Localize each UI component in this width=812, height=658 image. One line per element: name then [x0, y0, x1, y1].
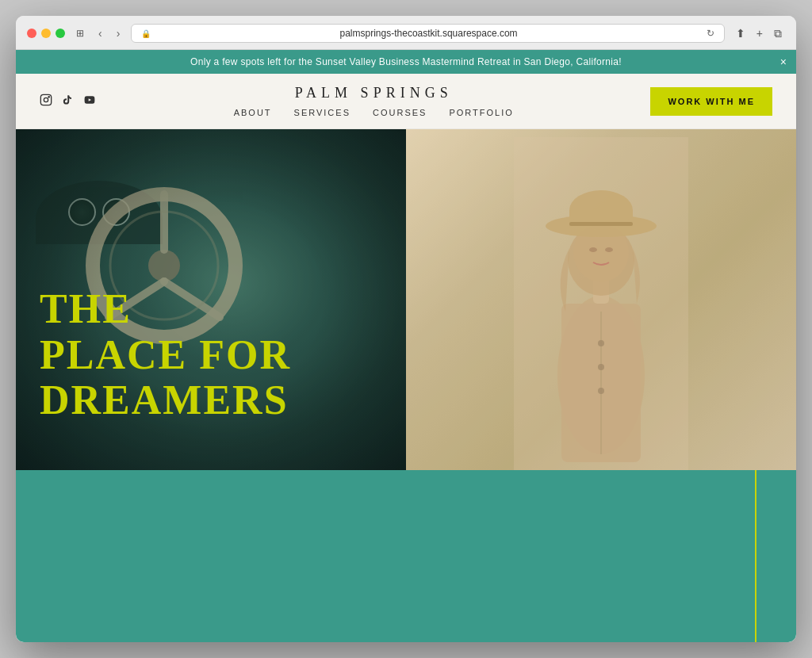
browser-window: ⊞ ‹ › 🔒 palmsprings-thecoastkit.squaresp…: [16, 16, 796, 642]
svg-point-1: [44, 98, 48, 101]
hero-line-1: THE: [40, 286, 291, 331]
teal-section: [16, 470, 796, 642]
announcement-bar: Only a few spots left for the Sunset Val…: [16, 50, 796, 74]
browser-chrome: ⊞ ‹ › 🔒 palmsprings-thecoastkit.squaresp…: [16, 16, 796, 50]
hero-right-overlay: [406, 129, 796, 470]
header-center: PALM SPRINGS ABOUT SERVICES COURSES PORT…: [234, 85, 514, 117]
hero-section: THE PLACE FOR DREAMERS: [16, 129, 796, 642]
nav-courses[interactable]: COURSES: [373, 108, 427, 117]
maximize-button[interactable]: [56, 29, 65, 38]
tabs-area: ⊞: [73, 26, 87, 40]
traffic-lights: [27, 29, 65, 38]
forward-button[interactable]: ›: [113, 25, 124, 41]
minimize-button[interactable]: [41, 29, 51, 38]
hero-images: THE PLACE FOR DREAMERS: [16, 129, 796, 470]
browser-actions: ⬆ + ⧉: [733, 25, 785, 42]
hero-line-2: PLACE FOR: [40, 332, 291, 377]
svg-point-2: [48, 97, 49, 98]
social-icons: [40, 94, 97, 109]
reload-icon[interactable]: ↻: [707, 28, 714, 39]
announcement-close-button[interactable]: ×: [780, 55, 787, 68]
teal-accent-line: [755, 470, 756, 642]
instagram-link[interactable]: [40, 94, 52, 109]
nav-about[interactable]: ABOUT: [234, 108, 272, 117]
hero-headline: THE PLACE FOR DREAMERS: [40, 286, 291, 423]
lock-icon: 🔒: [141, 29, 151, 38]
hero-left-panel: THE PLACE FOR DREAMERS: [16, 129, 406, 470]
website: Only a few spots left for the Sunset Val…: [16, 50, 796, 642]
tabs-button[interactable]: ⊞: [73, 26, 87, 40]
hero-line-3: DREAMERS: [40, 377, 291, 423]
svg-rect-0: [40, 94, 51, 105]
url-text: palmsprings-thecoastkit.squarespace.com: [155, 28, 701, 39]
back-button[interactable]: ‹: [95, 25, 105, 41]
address-bar[interactable]: 🔒 palmsprings-thecoastkit.squarespace.co…: [131, 24, 724, 43]
tiktok-link[interactable]: [62, 94, 73, 109]
new-tab-button[interactable]: +: [753, 25, 766, 41]
close-button[interactable]: [27, 29, 36, 38]
work-with-me-button[interactable]: WORK WITH ME: [650, 87, 772, 116]
hero-text: THE PLACE FOR DREAMERS: [40, 286, 291, 423]
site-title: PALM SPRINGS: [295, 85, 453, 101]
hero-right-panel: [406, 129, 796, 470]
site-nav: ABOUT SERVICES COURSES PORTFOLIO: [234, 108, 514, 117]
site-header: PALM SPRINGS ABOUT SERVICES COURSES PORT…: [16, 74, 796, 129]
youtube-link[interactable]: [82, 94, 97, 108]
duplicate-button[interactable]: ⧉: [771, 25, 785, 42]
announcement-text: Only a few spots left for the Sunset Val…: [190, 56, 622, 67]
share-button[interactable]: ⬆: [733, 25, 749, 41]
nav-portfolio[interactable]: PORTFOLIO: [449, 108, 513, 117]
nav-services[interactable]: SERVICES: [294, 108, 350, 117]
